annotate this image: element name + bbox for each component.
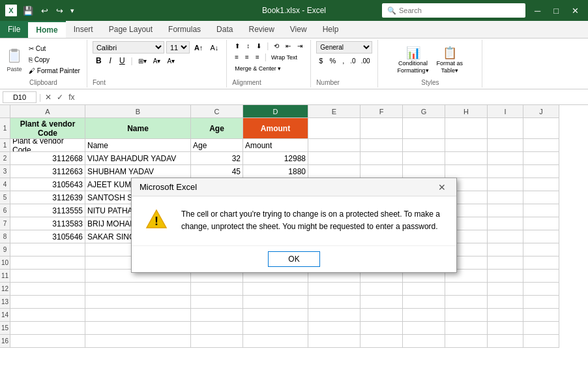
cell-D16[interactable] — [243, 322, 308, 335]
qat-more-button[interactable]: ▾ — [69, 6, 76, 16]
cell-C13[interactable] — [191, 283, 243, 296]
cell-C16[interactable] — [191, 322, 243, 335]
qat-save-button[interactable]: 💾 — [21, 5, 35, 16]
cell-H13[interactable] — [445, 283, 488, 296]
cell-c1[interactable]: Age — [191, 118, 243, 139]
cell-D2[interactable]: Amount — [243, 139, 308, 152]
font-grow-button[interactable]: A↑ — [192, 42, 205, 53]
formula-cancel-button[interactable]: ✕ — [44, 93, 53, 102]
cell-B4[interactable]: SHUBHAM YADAV — [85, 165, 191, 178]
text-direction-button[interactable]: ⟲ — [271, 41, 282, 51]
cell-A10[interactable] — [10, 243, 85, 256]
cell-E3[interactable] — [308, 152, 360, 165]
cell-A9[interactable]: 3105646 — [10, 230, 85, 243]
align-right-button[interactable]: ≡ — [253, 52, 262, 62]
format-painter-button[interactable]: 🖌 Format Painter — [26, 66, 83, 76]
percent-button[interactable]: % — [327, 55, 338, 66]
cell-G4[interactable] — [403, 165, 445, 178]
cell-J15[interactable] — [523, 309, 559, 322]
cell-J3[interactable] — [523, 152, 559, 165]
cell-B17[interactable] — [85, 335, 191, 348]
cell-J9[interactable] — [523, 230, 559, 243]
cell-G3[interactable] — [403, 152, 445, 165]
indent-increase-button[interactable]: ⇥ — [295, 41, 305, 51]
cell-G14[interactable] — [403, 296, 445, 309]
cell-E16[interactable] — [308, 322, 360, 335]
cell-I12[interactable] — [488, 270, 523, 283]
align-center-button[interactable]: ≡ — [243, 52, 252, 62]
cell-A11[interactable] — [10, 256, 85, 270]
cell-J10[interactable] — [523, 243, 559, 256]
cell-I4[interactable] — [488, 165, 523, 178]
formula-input[interactable] — [78, 93, 585, 102]
cell-G16[interactable] — [403, 322, 445, 335]
qat-undo-button[interactable]: ↩ — [39, 5, 50, 16]
cell-A12[interactable] — [10, 270, 85, 283]
dialog-close-button[interactable]: ✕ — [435, 183, 448, 192]
cell-I15[interactable] — [488, 309, 523, 322]
italic-button[interactable]: I — [106, 55, 115, 67]
cell-J7[interactable] — [523, 204, 559, 217]
align-bottom-button[interactable]: ⬇ — [254, 41, 264, 51]
cell-D14[interactable] — [243, 296, 308, 309]
cell-H2[interactable] — [445, 139, 488, 152]
cell-reference-input[interactable] — [3, 91, 37, 103]
cell-J14[interactable] — [523, 296, 559, 309]
cell-J13[interactable] — [523, 283, 559, 296]
wrap-text-button[interactable]: Wrap Text — [269, 52, 299, 62]
cell-A16[interactable] — [10, 322, 85, 335]
font-size-select[interactable]: 11 — [166, 41, 190, 54]
tab-insert[interactable]: Insert — [66, 21, 101, 38]
conditional-formatting-button[interactable]: 📊 ConditionalFormatting▾ — [396, 44, 430, 76]
cell-A15[interactable] — [10, 309, 85, 322]
merge-center-button[interactable]: Merge & Center ▾ — [232, 64, 284, 73]
underline-button[interactable]: U — [116, 55, 128, 67]
cell-C14[interactable] — [191, 296, 243, 309]
cell-D13[interactable] — [243, 283, 308, 296]
align-middle-button[interactable]: ↕ — [244, 41, 252, 51]
font-name-select[interactable]: Calibri — [93, 41, 164, 54]
cell-I9[interactable] — [488, 230, 523, 243]
cell-b1[interactable]: Name — [85, 118, 191, 139]
cell-I16[interactable] — [488, 322, 523, 335]
align-top-button[interactable]: ⬆ — [232, 41, 243, 51]
cell-C2[interactable]: Age — [191, 139, 243, 152]
fill-color-button[interactable]: A▾ — [151, 55, 164, 67]
comma-button[interactable]: , — [340, 55, 347, 66]
copy-button[interactable]: ⎘ Copy — [26, 55, 83, 65]
cell-B13[interactable] — [85, 283, 191, 296]
cell-A7[interactable]: 3113555 — [10, 204, 85, 217]
cell-F13[interactable] — [360, 283, 403, 296]
cell-D4[interactable]: 1880 — [243, 165, 308, 178]
cell-E17[interactable] — [308, 335, 360, 348]
cell-E2[interactable] — [308, 139, 360, 152]
paste-button[interactable]: Paste — [4, 48, 25, 72]
cell-d1[interactable]: Amount — [243, 118, 308, 139]
cell-H15[interactable] — [445, 309, 488, 322]
cell-D15[interactable] — [243, 309, 308, 322]
cell-J8[interactable] — [523, 217, 559, 230]
cell-I10[interactable] — [488, 243, 523, 256]
decimal-increase-button[interactable]: .0 — [348, 56, 357, 66]
cell-e1[interactable] — [308, 118, 360, 139]
cell-H14[interactable] — [445, 296, 488, 309]
border-button[interactable]: ⊞▾ — [136, 55, 149, 67]
cell-B16[interactable] — [85, 322, 191, 335]
cell-J5[interactable] — [523, 178, 559, 191]
cell-G13[interactable] — [403, 283, 445, 296]
cell-H4[interactable] — [445, 165, 488, 178]
cell-G15[interactable] — [403, 309, 445, 322]
cell-B3[interactable]: VIJAY BAHADUR YADAV — [85, 152, 191, 165]
font-shrink-button[interactable]: A↓ — [207, 42, 221, 53]
close-button[interactable]: ✕ — [568, 5, 583, 17]
search-box[interactable]: 🔍 — [382, 3, 525, 18]
cell-A13[interactable] — [10, 283, 85, 296]
cell-C3[interactable]: 32 — [191, 152, 243, 165]
cell-B2[interactable]: Name — [85, 139, 191, 152]
cell-J11[interactable] — [523, 256, 559, 270]
tab-data[interactable]: Data — [209, 21, 241, 38]
maximize-button[interactable]: □ — [550, 5, 563, 17]
cell-g1[interactable] — [403, 118, 445, 139]
cell-J4[interactable] — [523, 165, 559, 178]
cell-J2[interactable] — [523, 139, 559, 152]
